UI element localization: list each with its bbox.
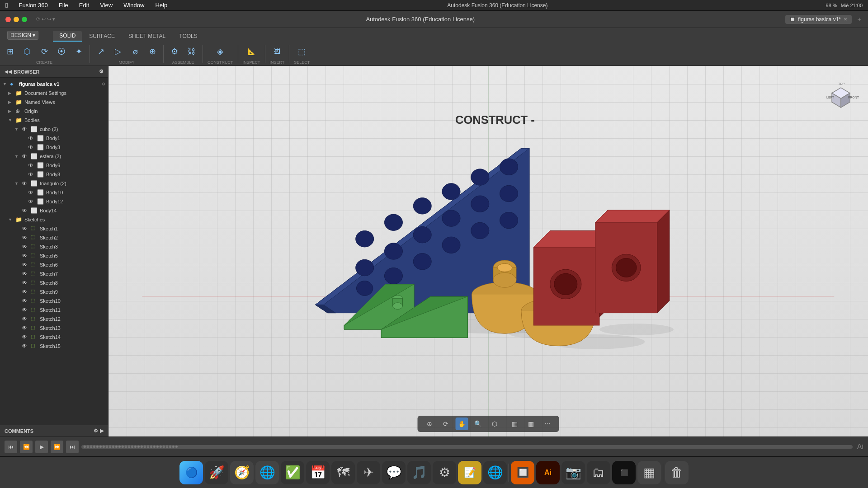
maximize-button[interactable] [22, 17, 27, 22]
anim-last-btn[interactable]: ⏭ [66, 441, 79, 453]
tree-named-views[interactable]: ▶ 📁 Named Views [0, 98, 108, 107]
dock-illustrator[interactable]: Ai [536, 461, 560, 484]
dock-terminal[interactable]: ⬛ [612, 461, 636, 484]
tree-origin[interactable]: ▶ ⊕ Origin [0, 107, 108, 116]
fillet-btn[interactable]: ▷ [110, 43, 126, 60]
construct-plane-btn[interactable]: ◈ [212, 43, 228, 60]
tree-sketch13[interactable]: ▶ 👁 ⬚ Sketch13 [0, 324, 108, 333]
tree-cubo-group[interactable]: ▼ 👁 ⬜ cubo (2) [0, 125, 108, 134]
menu-fusion360[interactable]: Fusion 360 [17, 2, 49, 9]
dock-safari[interactable]: 🧭 [230, 461, 254, 484]
menu-window[interactable]: Window [122, 2, 146, 9]
dock-chrome[interactable]: 🌐 [255, 461, 279, 484]
dock-maps[interactable]: 🗺 [331, 461, 355, 484]
dock-spaces[interactable]: ▦ [637, 461, 661, 484]
dock-photos[interactable]: 📷 [561, 461, 585, 484]
menu-edit[interactable]: Edit [77, 2, 91, 9]
menu-file[interactable]: File [57, 2, 70, 9]
orbit-btn[interactable]: ⟳ [439, 418, 452, 430]
tree-body14[interactable]: ▶ 👁 ⬜ Body14 [0, 206, 108, 215]
tree-sketch12[interactable]: ▶ 👁 ⬚ Sketch12 [0, 314, 108, 324]
component-settings-icon[interactable]: ⚙ [102, 82, 105, 86]
tab-tools[interactable]: TOOLS [173, 31, 203, 41]
tree-sketch5[interactable]: ▶ 👁 ⬚ Sketch5 [0, 251, 108, 260]
tree-sketch8[interactable]: ▶ 👁 ⬚ Sketch8 [0, 278, 108, 287]
tree-sketch9[interactable]: ▶ 👁 ⬚ Sketch9 [0, 287, 108, 296]
close-button[interactable] [5, 17, 11, 22]
comments-section[interactable]: COMMENTS ⚙ ▶ [0, 425, 108, 436]
tree-sketch3[interactable]: ▶ 👁 ⬚ Sketch3 [0, 242, 108, 251]
fit-btn[interactable]: ⬡ [488, 418, 501, 430]
dock-testflight[interactable]: ✈ [357, 461, 380, 484]
animation-track[interactable]: ⊕⊕⊕⊕⊕⊕⊕⊕⊕⊕⊕⊕⊕⊕⊕⊕⊕⊕⊕⊕⊕⊕⊕⊕⊕⊕⊕⊕⊕⊕ [81, 445, 853, 449]
pan-btn[interactable]: ✋ [456, 418, 468, 430]
dock-systemprefs[interactable]: ⚙ [433, 461, 456, 484]
tree-sketch6[interactable]: ▶ 👁 ⬚ Sketch6 [0, 260, 108, 269]
chamfer-btn[interactable]: ⌀ [127, 43, 143, 60]
tree-sketches[interactable]: ▼ 📁 Sketches [0, 215, 108, 224]
loft-btn[interactable]: ✦ [71, 43, 87, 60]
browser-collapse[interactable]: ◀◀ [5, 69, 12, 74]
select-btn[interactable]: ⬚ [294, 43, 310, 60]
tree-body8[interactable]: ▶ 👁 ⬜ Body8 [0, 170, 108, 179]
add-tab-button[interactable]: ＋ [856, 15, 863, 23]
dock-fusion[interactable]: 🔲 [511, 461, 534, 484]
sweep-btn[interactable]: ⦿ [53, 43, 70, 60]
insert-btn[interactable]: 🖼 [269, 43, 285, 60]
dock-launchpad[interactable]: 🚀 [205, 461, 228, 484]
zoom-btn[interactable]: 🔍 [472, 418, 485, 430]
design-dropdown[interactable]: DESIGN ▾ [7, 31, 38, 40]
tree-body12[interactable]: ▶ 👁 ⬜ Body12 [0, 197, 108, 206]
active-tab[interactable]: 🔲 figuras basica v1* ✕ [785, 15, 852, 24]
new-component-btn[interactable]: ⊞ [2, 43, 18, 60]
anim-play-btn[interactable]: ▶ [35, 441, 48, 453]
revolve-btn[interactable]: ⟳ [36, 43, 52, 60]
tree-body10[interactable]: ▶ 👁 ⬜ Body10 [0, 188, 108, 197]
minimize-button[interactable] [14, 17, 19, 22]
dock-messages[interactable]: 💬 [382, 461, 406, 484]
tab-sheet-metal[interactable]: SHEET METAL [122, 31, 172, 41]
dock-notes[interactable]: 📝 [458, 461, 481, 484]
anim-prev-btn[interactable]: ⏪ [20, 441, 33, 453]
rigid-group-btn[interactable]: ⛓ [184, 43, 200, 60]
viewport[interactable]: CONSTRUCT - TOP LEFT FRONT [108, 66, 868, 436]
tree-sketch11[interactable]: ▶ 👁 ⬚ Sketch11 [0, 305, 108, 314]
extrude-btn[interactable]: ⬡ [19, 43, 35, 60]
tab-surface[interactable]: SURFACE [83, 31, 121, 41]
snap-btn[interactable]: ⊕ [423, 418, 436, 430]
grid-btn[interactable]: ▥ [525, 418, 538, 430]
measure-btn[interactable]: 📐 [243, 43, 259, 60]
tree-sketch1[interactable]: ▶ 👁 ⬚ Sketch1 [0, 224, 108, 233]
tree-sketch10[interactable]: ▶ 👁 ⬚ Sketch10 [0, 296, 108, 305]
tree-doc-settings[interactable]: ▶ 📁 Document Settings [0, 89, 108, 98]
joint-btn[interactable]: ⚙ [166, 43, 183, 60]
tree-body6[interactable]: ▶ 👁 ⬜ Body6 [0, 161, 108, 170]
tree-body1[interactable]: ▶ 👁 ⬜ Body1 [0, 134, 108, 143]
tree-sketch14[interactable]: ▶ 👁 ⬚ Sketch14 [0, 333, 108, 342]
display-btn[interactable]: ▦ [509, 418, 521, 430]
tree-sketch7[interactable]: ▶ 👁 ⬚ Sketch7 [0, 269, 108, 278]
tab-solid[interactable]: SOLID [53, 31, 82, 42]
apple-icon[interactable]:  [5, 1, 8, 9]
dock-finder[interactable]: 🔵 [179, 461, 203, 484]
dock-browsertwo[interactable]: 🌐 [483, 461, 507, 484]
anim-first-btn[interactable]: ⏮ [5, 441, 17, 453]
anim-next-btn[interactable]: ⏩ [51, 441, 63, 453]
dock-finder2[interactable]: 🗂 [587, 461, 610, 484]
more-btn[interactable]: ⋯ [541, 418, 554, 430]
menu-help[interactable]: Help [153, 2, 169, 9]
tree-esfera-group[interactable]: ▼ 👁 ⬜ esfera (2) [0, 152, 108, 161]
tree-sketch15[interactable]: ▶ 👁 ⬚ Sketch15 [0, 342, 108, 351]
dock-todo[interactable]: ✅ [281, 461, 304, 484]
ai-badge[interactable]: Ai [857, 443, 863, 451]
menu-view[interactable]: View [98, 2, 114, 9]
tree-sketch2[interactable]: ▶ 👁 ⬚ Sketch2 [0, 233, 108, 242]
dock-trash[interactable]: 🗑 [665, 461, 689, 484]
comments-settings-icon[interactable]: ⚙ [94, 428, 98, 434]
press-pull-btn[interactable]: ↗ [93, 43, 109, 60]
tree-bodies[interactable]: ▼ 📁 Bodies [0, 116, 108, 125]
tree-body3[interactable]: ▶ 👁 ⬜ Body3 [0, 143, 108, 152]
dock-calendar[interactable]: 📅 [306, 461, 330, 484]
dock-music[interactable]: 🎵 [407, 461, 431, 484]
tree-triangulo-group[interactable]: ▼ 👁 ⬜ triangulo (2) [0, 179, 108, 188]
